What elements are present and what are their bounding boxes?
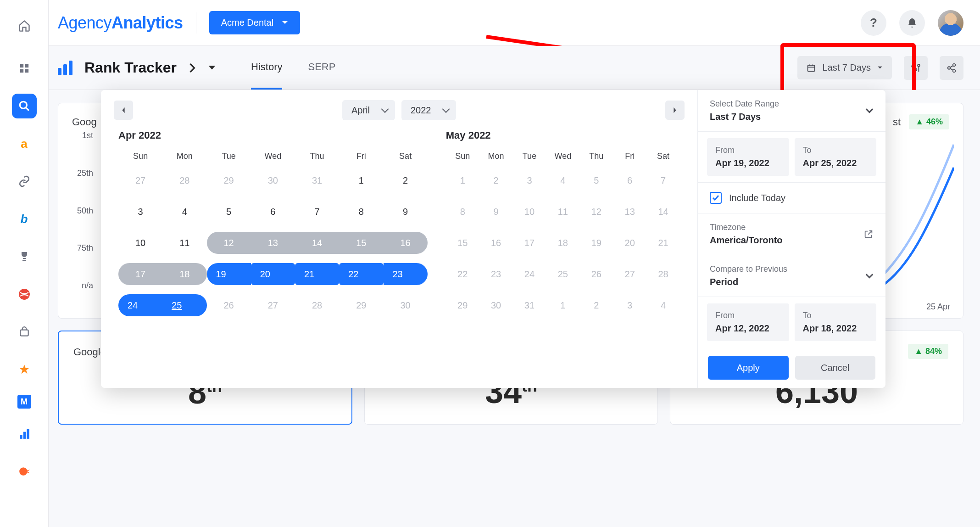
calendar-day[interactable]: 16 <box>479 232 513 254</box>
calendar-day[interactable]: 12 <box>579 201 613 223</box>
calendar-day[interactable]: 29 <box>207 169 251 191</box>
calendar-day[interactable]: 10 <box>118 232 162 254</box>
from-date-box[interactable]: From Apr 19, 2022 <box>707 138 789 176</box>
calendar-day[interactable]: 2 <box>479 169 513 191</box>
star-icon[interactable] <box>12 357 37 382</box>
calendar-day[interactable]: 24 <box>513 263 546 285</box>
calendar-day[interactable]: 8 <box>446 201 479 223</box>
calendar-day[interactable]: 20 <box>251 263 295 285</box>
calendar-day[interactable]: 15 <box>446 232 479 254</box>
calendar-day[interactable]: 28 <box>646 263 680 285</box>
calendar-day[interactable]: 18 <box>162 263 206 285</box>
calendar-day[interactable]: 30 <box>251 169 295 191</box>
apply-button[interactable]: Apply <box>708 356 789 380</box>
calendar-day[interactable]: 1 <box>546 294 579 316</box>
calendar-day[interactable]: 6 <box>613 169 646 191</box>
calendar-day[interactable]: 23 <box>479 263 513 285</box>
calendar-day[interactable]: 9 <box>479 201 513 223</box>
calendar-day[interactable]: 2 <box>384 169 428 191</box>
calendar-day[interactable]: 25 <box>546 263 579 285</box>
calendar-day[interactable]: 31 <box>295 169 339 191</box>
calendar-day[interactable]: 3 <box>513 169 546 191</box>
calendar-day[interactable]: 7 <box>646 169 680 191</box>
search-icon[interactable] <box>12 94 37 118</box>
calendar-day[interactable]: 1 <box>339 169 383 191</box>
timezone-row[interactable]: Timezone America/Toronto <box>698 213 885 255</box>
calendar-day[interactable]: 25 <box>162 294 206 316</box>
amazon-icon[interactable]: a <box>12 131 37 156</box>
dashboard-icon[interactable] <box>12 56 37 81</box>
calendar-day[interactable]: 28 <box>162 169 206 191</box>
include-today-row[interactable]: Include Today <box>698 183 885 213</box>
tab-serp[interactable]: SERP <box>308 46 335 90</box>
calendar-day[interactable]: 28 <box>295 294 339 316</box>
preset-range-row[interactable]: Select Date Range Last 7 Days <box>698 90 885 132</box>
page-dropdown-icon[interactable] <box>208 65 216 71</box>
calendar-day[interactable]: 22 <box>446 263 479 285</box>
home-button[interactable] <box>0 6 48 46</box>
calendar-day[interactable]: 11 <box>546 201 579 223</box>
calendar-day[interactable]: 26 <box>579 263 613 285</box>
calendar-day[interactable]: 15 <box>339 232 383 254</box>
calendar-day[interactable]: 8 <box>339 201 383 223</box>
calendar-day[interactable]: 30 <box>479 294 513 316</box>
calendar-day[interactable]: 22 <box>339 263 383 285</box>
calendar-day[interactable]: 26 <box>207 294 251 316</box>
bing-icon[interactable]: b <box>12 207 37 231</box>
calendar-day[interactable]: 5 <box>579 169 613 191</box>
include-today-checkbox[interactable] <box>710 192 722 204</box>
calendar-day[interactable]: 27 <box>251 294 295 316</box>
calendar-day[interactable]: 19 <box>207 263 251 285</box>
calendar-day[interactable]: 29 <box>339 294 383 316</box>
compare-row[interactable]: Compare to Previous Period <box>698 255 885 297</box>
calendar-day[interactable]: 29 <box>446 294 479 316</box>
semrush-icon[interactable] <box>12 459 37 484</box>
calendar-day[interactable]: 4 <box>646 294 680 316</box>
calendar-day[interactable]: 4 <box>162 201 206 223</box>
calendar-day[interactable]: 30 <box>384 294 428 316</box>
month-select[interactable]: April <box>342 100 395 120</box>
calendar-day[interactable]: 13 <box>613 201 646 223</box>
calendar-day[interactable]: 14 <box>295 232 339 254</box>
calendar-day[interactable]: 11 <box>162 232 206 254</box>
brand-logo[interactable]: AgencyAnalytics <box>58 13 183 33</box>
calendar-day[interactable]: 27 <box>118 169 162 191</box>
calendar-day[interactable]: 3 <box>118 201 162 223</box>
date-range-button[interactable]: Last 7 Days <box>797 56 892 79</box>
calendar-day[interactable]: 17 <box>513 232 546 254</box>
shopping-icon[interactable] <box>12 320 37 344</box>
notifications-button[interactable] <box>899 10 925 36</box>
user-avatar[interactable] <box>938 10 963 36</box>
year-select[interactable]: 2022 <box>401 100 456 120</box>
calendar-day[interactable]: 1 <box>446 169 479 191</box>
globe-icon[interactable] <box>12 282 37 307</box>
calendar-day[interactable]: 24 <box>118 294 162 316</box>
m-icon[interactable]: M <box>17 395 31 409</box>
next-month-button[interactable] <box>665 101 685 120</box>
calendar-day[interactable]: 23 <box>384 263 428 285</box>
calendar-day[interactable]: 6 <box>251 201 295 223</box>
prev-month-button[interactable] <box>114 101 133 120</box>
calendar-day[interactable]: 9 <box>384 201 428 223</box>
calendar-day[interactable]: 18 <box>546 232 579 254</box>
calendar-day[interactable]: 21 <box>646 232 680 254</box>
compare-to-box[interactable]: To Apr 18, 2022 <box>795 303 877 341</box>
calendar-day[interactable]: 7 <box>295 201 339 223</box>
compare-from-box[interactable]: From Apr 12, 2022 <box>707 303 789 341</box>
settings-sliders-button[interactable] <box>904 56 928 80</box>
calendar-day[interactable]: 14 <box>646 201 680 223</box>
calendar-day[interactable]: 3 <box>613 294 646 316</box>
calendar-day[interactable]: 17 <box>118 263 162 285</box>
cancel-button[interactable]: Cancel <box>795 356 876 380</box>
calendar-day[interactable]: 20 <box>613 232 646 254</box>
calendar-day[interactable]: 16 <box>384 232 428 254</box>
calendar-day[interactable]: 31 <box>513 294 546 316</box>
calendar-day[interactable]: 27 <box>613 263 646 285</box>
calendar-day[interactable]: 4 <box>546 169 579 191</box>
tab-history[interactable]: History <box>251 46 282 90</box>
trophy-icon[interactable] <box>12 244 37 269</box>
link-icon[interactable] <box>12 169 37 194</box>
calendar-day[interactable]: 2 <box>579 294 613 316</box>
calendar-day[interactable]: 13 <box>251 232 295 254</box>
calendar-day[interactable]: 21 <box>295 263 339 285</box>
